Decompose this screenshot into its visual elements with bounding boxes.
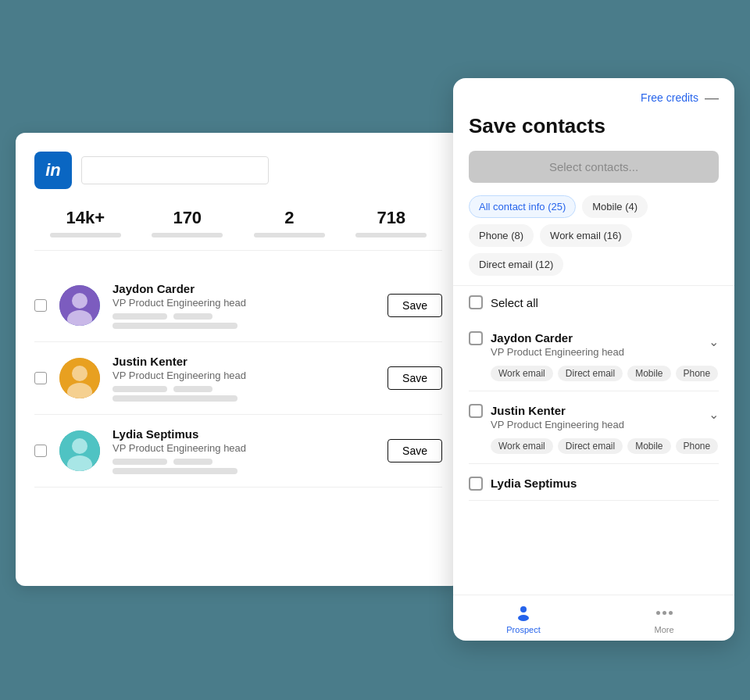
more-icon <box>656 603 673 622</box>
filter-mobile[interactable]: Mobile (4) <box>582 195 648 218</box>
linkedin-search-bar[interactable] <box>81 156 269 184</box>
contact-avatar-2 <box>59 430 100 471</box>
tag-direct-email-0: Direct email <box>558 366 623 381</box>
contact-meta-bars-2 <box>112 459 375 465</box>
svg-point-9 <box>520 606 527 612</box>
tag-work-email-0: Work email <box>491 366 553 381</box>
svg-point-1 <box>72 293 88 309</box>
contact-avatar-1 <box>59 358 100 398</box>
panel-contacts-list: Jaydon Carder VP Product Engineering hea… <box>453 319 734 595</box>
select-all-row: Select all <box>453 285 734 319</box>
contact-tags-1: Work email Direct email Mobile Phone <box>469 438 719 454</box>
svg-point-10 <box>518 615 529 621</box>
panel-contact-item-1: Justin Kenter VP Product Engineering hea… <box>469 391 719 464</box>
nav-item-prospect[interactable]: Prospect <box>453 603 594 634</box>
panel-contact-header-1: Justin Kenter VP Product Engineering hea… <box>469 404 719 430</box>
chevron-down-icon-1[interactable]: ⌄ <box>709 407 719 422</box>
meta-bar-a <box>112 313 167 320</box>
tag-mobile-0: Mobile <box>627 366 670 381</box>
panel-header: Free credits — <box>453 78 734 105</box>
contact-meta-bars-0 <box>112 313 375 320</box>
svg-point-4 <box>72 366 88 381</box>
save-button-1[interactable]: Save <box>388 366 442 390</box>
linkedin-header: in <box>34 152 442 189</box>
select-all-label: Select all <box>491 296 538 309</box>
stat-item-4: 718 <box>341 208 443 238</box>
nav-label-more: More <box>654 625 673 634</box>
nav-label-prospect: Prospect <box>506 625 540 634</box>
panel-bottom-nav: Prospect More <box>453 595 734 641</box>
contact-info-1: Justin Kenter VP Product Engineering hea… <box>112 355 375 402</box>
panel-title: Save contacts <box>453 105 734 151</box>
panel-contact-info-1: Justin Kenter VP Product Engineering hea… <box>491 404 701 430</box>
meta-bar-i <box>112 468 238 474</box>
tag-work-email-1: Work email <box>491 438 553 454</box>
save-button-0[interactable]: Save <box>388 294 442 317</box>
stat-bar-2 <box>152 233 223 238</box>
panel-contact-header-2: Lydia Septimus <box>469 477 719 491</box>
prospect-icon <box>514 603 533 622</box>
panel-contact-item-2: Lydia Septimus <box>469 464 719 501</box>
linkedin-contact-row-1: Justin Kenter VP Product Engineering hea… <box>34 342 442 415</box>
nav-item-more[interactable]: More <box>594 603 734 634</box>
svg-point-7 <box>72 438 88 454</box>
filter-row: All contact info (25) Mobile (4) Phone (… <box>453 195 734 285</box>
meta-bar-h <box>173 459 212 465</box>
panel-checkbox-0[interactable] <box>469 331 483 345</box>
stat-bar-3 <box>254 233 325 238</box>
meta-bar-f <box>112 395 238 402</box>
linkedin-panel: in 14k+ 170 2 718 <box>16 133 461 586</box>
contact-info-2: Lydia Septimus VP Product Engineering he… <box>112 427 375 474</box>
tag-direct-email-1: Direct email <box>558 438 623 454</box>
contact-checkbox-0[interactable] <box>34 299 47 312</box>
select-contacts-button[interactable]: Select contacts... <box>469 151 719 183</box>
contact-info-0: Jaydon Carder VP Product Engineering hea… <box>112 282 375 329</box>
linkedin-logo: in <box>34 152 72 189</box>
contact-avatar-0 <box>59 285 100 326</box>
linkedin-contact-row-0: Jaydon Carder VP Product Engineering hea… <box>34 270 442 342</box>
filter-all-contact-info[interactable]: All contact info (25) <box>469 195 576 218</box>
stat-item-2: 170 <box>137 208 239 238</box>
contact-checkbox-2[interactable] <box>34 445 47 457</box>
tag-phone-0: Phone <box>676 366 719 381</box>
stat-item-3: 2 <box>238 208 341 238</box>
filter-direct-email[interactable]: Direct email (12) <box>469 253 563 276</box>
tag-phone-1: Phone <box>676 438 719 454</box>
stat-bar-1 <box>50 233 121 238</box>
save-contacts-panel: Free credits — Save contacts Select cont… <box>453 78 734 641</box>
contact-tags-0: Work email Direct email Mobile Phone <box>469 366 719 381</box>
meta-bar-g <box>112 459 167 465</box>
panel-contact-header-0: Jaydon Carder VP Product Engineering hea… <box>469 331 719 358</box>
stat-bar-4 <box>355 233 427 238</box>
panel-close-button[interactable]: — <box>705 91 719 105</box>
chevron-down-icon-0[interactable]: ⌄ <box>709 334 719 349</box>
stats-row: 14k+ 170 2 718 <box>34 208 442 251</box>
linkedin-contact-row-2: Lydia Septimus VP Product Engineering he… <box>34 415 442 488</box>
panel-contact-info-2: Lydia Septimus <box>491 477 719 490</box>
meta-bar-d <box>112 386 167 392</box>
save-button-2[interactable]: Save <box>388 439 442 462</box>
contact-checkbox-1[interactable] <box>34 372 47 384</box>
tag-mobile-1: Mobile <box>627 438 670 454</box>
panel-checkbox-1[interactable] <box>469 404 483 418</box>
free-credits-link[interactable]: Free credits <box>641 91 698 104</box>
panel-contact-info-0: Jaydon Carder VP Product Engineering hea… <box>491 331 701 358</box>
panel-checkbox-2[interactable] <box>469 477 483 491</box>
filter-work-email[interactable]: Work email (16) <box>540 224 632 247</box>
meta-bar-c <box>112 323 238 329</box>
panel-contact-item-0: Jaydon Carder VP Product Engineering hea… <box>469 319 719 391</box>
filter-phone[interactable]: Phone (8) <box>469 224 534 247</box>
select-all-checkbox[interactable] <box>469 295 483 309</box>
contact-meta-bars-1 <box>112 386 375 392</box>
meta-bar-b <box>173 313 212 320</box>
stat-item-1: 14k+ <box>34 208 137 238</box>
meta-bar-e <box>173 386 212 392</box>
